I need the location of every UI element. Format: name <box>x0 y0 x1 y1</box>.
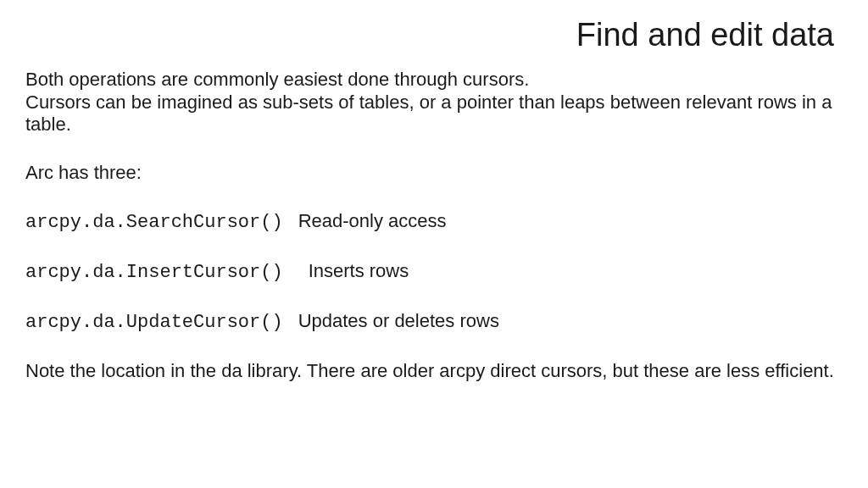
cursor-code: arcpy.da.UpdateCursor() <box>25 312 283 333</box>
cursor-row-search: arcpy.da.SearchCursor() Read-only access <box>25 210 843 233</box>
cursor-row-update: arcpy.da.UpdateCursor() Updates or delet… <box>25 310 843 333</box>
cursor-desc: Read-only access <box>298 210 447 232</box>
cursor-code: arcpy.da.InsertCursor() <box>25 262 283 283</box>
note-paragraph: Note the location in the da library. The… <box>25 360 843 381</box>
cursor-desc: Updates or deletes rows <box>298 310 499 332</box>
intro-paragraph-1: Both operations are commonly easiest don… <box>25 69 843 90</box>
intro-paragraph-2: Cursors can be imagined as sub-sets of t… <box>25 92 843 135</box>
cursor-row-insert: arcpy.da.InsertCursor() Inserts rows <box>25 260 843 283</box>
cursor-code: arcpy.da.SearchCursor() <box>25 212 283 233</box>
arc-has-three-label: Arc has three: <box>25 162 843 183</box>
slide-title: Find and edit data <box>25 17 843 53</box>
cursor-desc: Inserts rows <box>309 260 409 282</box>
